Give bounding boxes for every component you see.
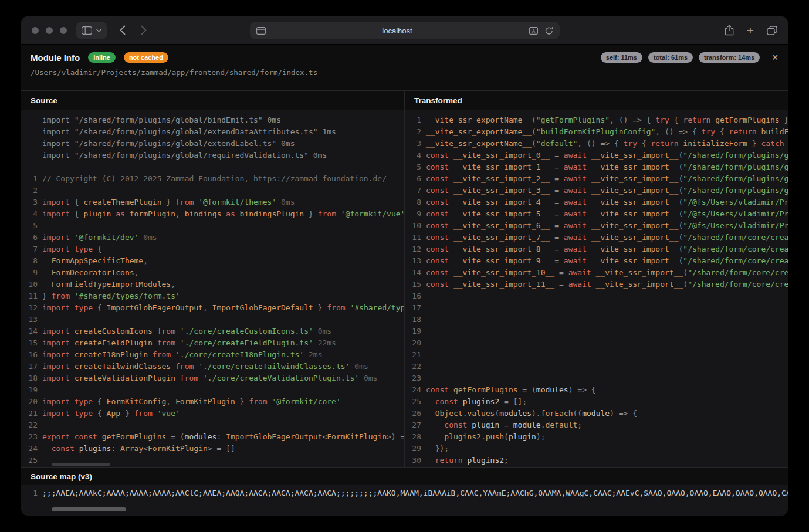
code-line: 20 <box>405 337 788 349</box>
code-line: 6const __vite_ssr_import_2__ = await __v… <box>405 173 788 185</box>
browser-window: localhost A + Module Info <box>21 16 788 516</box>
inline-badge: inline <box>88 52 116 63</box>
code-panels: Source import "/shared/form/plugins/glob… <box>21 91 788 468</box>
nav-buttons <box>120 25 147 35</box>
share-button[interactable] <box>725 25 734 36</box>
code-line: 7const __vite_ssr_import_3__ = await __v… <box>405 185 788 196</box>
code-line: 25 const plugins2 = []; <box>405 396 788 408</box>
code-line: 2 <box>21 185 404 196</box>
code-line: 4const __vite_ssr_import_0__ = await __v… <box>405 150 788 161</box>
code-line: 18import createValidationPlugin from './… <box>21 372 404 384</box>
code-line: 8 FormAppSpecificTheme, <box>21 255 404 267</box>
sourcemap-section: Source map (v3) 1;;;AAEA;AAAkC;AAAA;AAAA… <box>21 468 788 516</box>
chevron-down-icon <box>96 29 101 32</box>
code-line: 5const __vite_ssr_import_1__ = await __v… <box>405 161 788 173</box>
close-window-button[interactable] <box>32 27 39 34</box>
code-line: 14import createCustomIcons from './core/… <box>21 326 404 337</box>
browser-toolbar: localhost A + <box>21 16 788 45</box>
code-line: 1// Copyright (C) 2012-2025 Zammad Found… <box>21 173 404 185</box>
transformed-code[interactable]: 1__vite_ssr_exportName__("getFormPlugins… <box>405 110 788 467</box>
forward-button[interactable] <box>141 25 147 35</box>
code-line: 5 <box>21 220 404 232</box>
transform-time-badge: transform: 14ms <box>699 52 760 63</box>
toolbar-right-buttons: + <box>725 25 777 36</box>
svg-text:A: A <box>532 28 535 33</box>
address-bar[interactable]: localhost A <box>250 22 560 39</box>
horizontal-scrollbar[interactable] <box>52 463 110 466</box>
code-line: 9 FormDecoratorIcons, <box>21 267 404 279</box>
code-line: 12import type { ImportGlobEagerOutput, I… <box>21 302 404 314</box>
code-line: 3import { createThemePlugin } from '@for… <box>21 196 404 208</box>
code-line: 15import createFieldPlugin from './core/… <box>21 337 404 349</box>
code-line: 24 const plugins: Array<FormKitPlugin> =… <box>21 443 404 455</box>
module-info-page: Module Info inline not cached self: 11ms… <box>21 45 788 516</box>
code-line: 2__vite_ssr_exportName__("buildFormKitPl… <box>405 126 788 138</box>
total-time-badge: total: 61ms <box>648 52 693 63</box>
sidebar-icon <box>82 26 92 35</box>
new-tab-button[interactable]: + <box>747 25 754 36</box>
minimize-window-button[interactable] <box>46 27 53 34</box>
transformed-panel-title: Transformed <box>405 91 788 110</box>
code-line: 11const __vite_ssr_import_7__ = await __… <box>405 232 788 243</box>
timing-metrics: self: 11ms total: 61ms transform: 14ms <box>601 52 760 63</box>
code-line: 7import type { <box>21 243 404 255</box>
code-line: 1__vite_ssr_exportName__("getFormPlugins… <box>405 114 788 126</box>
sourcemap-code[interactable]: 1;;;AAEA;AAAkC;AAAA;AAAA;AAAA;AAClC;AAEA… <box>21 485 788 516</box>
code-line: 16import createI18nPlugin from './core/c… <box>21 349 404 361</box>
code-line: 27 const plugin = module.default; <box>405 419 788 431</box>
code-line: 13 <box>21 314 404 326</box>
code-line: 24const getFormPlugins = (modules) => { <box>405 384 788 396</box>
code-line: 15const __vite_ssr_import_11__ = await _… <box>405 279 788 290</box>
code-line: 22 <box>21 419 404 431</box>
code-line: 19 <box>405 326 788 337</box>
code-line: 21 <box>405 349 788 361</box>
back-button[interactable] <box>120 25 126 35</box>
code-line: 18 <box>405 314 788 326</box>
code-line <box>21 161 404 173</box>
sidebar-toggle[interactable] <box>76 22 107 39</box>
code-line: 12const __vite_ssr_import_8__ = await __… <box>405 243 788 255</box>
code-line: 10 FormFieldTypeImportModules, <box>21 279 404 290</box>
sourcemap-horizontal-scrollbar[interactable] <box>52 507 126 511</box>
window-controls <box>32 27 67 34</box>
not-cached-badge: not cached <box>124 52 168 63</box>
module-file-path: /Users/vladimir/Projects/zammad/app/fron… <box>31 68 778 77</box>
code-line: 28 plugins2.push(plugin); <box>405 431 788 443</box>
sourcemap-title: Source map (v3) <box>21 468 788 485</box>
url-text: localhost <box>266 26 529 35</box>
code-line: 23 <box>405 372 788 384</box>
code-line: 16 <box>405 290 788 302</box>
page-title: Module Info <box>31 53 80 63</box>
code-line: 9const __vite_ssr_import_5__ = await __v… <box>405 208 788 220</box>
source-panel: Source import "/shared/form/plugins/glob… <box>21 91 405 467</box>
code-line: 17 <box>405 302 788 314</box>
code-line: 11} from '#shared/types/form.ts' <box>21 290 404 302</box>
zoom-window-button[interactable] <box>60 27 67 34</box>
tabs-overview-button[interactable] <box>767 26 777 35</box>
code-line: import "/shared/form/plugins/global/requ… <box>21 150 404 161</box>
transformed-panel: Transformed 1__vite_ssr_exportName__("ge… <box>405 91 788 467</box>
source-code[interactable]: import "/shared/form/plugins/global/bind… <box>21 110 404 467</box>
code-line: 21import type { App } from 'vue' <box>21 408 404 419</box>
code-line: 29 }); <box>405 443 788 455</box>
code-line: import "/shared/form/plugins/global/exte… <box>21 138 404 150</box>
close-button[interactable]: ✕ <box>771 53 778 62</box>
self-time-badge: self: 11ms <box>601 52 642 63</box>
reload-button[interactable] <box>545 26 553 35</box>
code-line: 6import '@formkit/dev' 0ms <box>21 232 404 243</box>
code-line: 4import { plugin as formPlugin, bindings… <box>21 208 404 220</box>
code-line: 14const __vite_ssr_import_10__ = await _… <box>405 267 788 279</box>
code-line: 1;;;AAEA;AAAkC;AAAA;AAAA;AAAA;AAClC;AAEA… <box>21 487 788 499</box>
code-line: 8const __vite_ssr_import_4__ = await __v… <box>405 196 788 208</box>
code-line: 19 <box>21 384 404 396</box>
page-header: Module Info inline not cached self: 11ms… <box>21 45 788 91</box>
code-line: 13const __vite_ssr_import_9__ = await __… <box>405 255 788 267</box>
source-panel-title: Source <box>21 91 404 110</box>
code-line: import "/shared/form/plugins/global/exte… <box>21 126 404 138</box>
code-line: 17import createTailwindClasses from './c… <box>21 361 404 372</box>
translate-icon[interactable]: A <box>529 27 538 35</box>
code-line: 23export const getFormPlugins = (modules… <box>21 431 404 443</box>
code-line: 10const __vite_ssr_import_6__ = await __… <box>405 220 788 232</box>
site-settings-icon[interactable] <box>256 27 266 35</box>
code-line: 20import type { FormKitConfig, FormKitPl… <box>21 396 404 408</box>
